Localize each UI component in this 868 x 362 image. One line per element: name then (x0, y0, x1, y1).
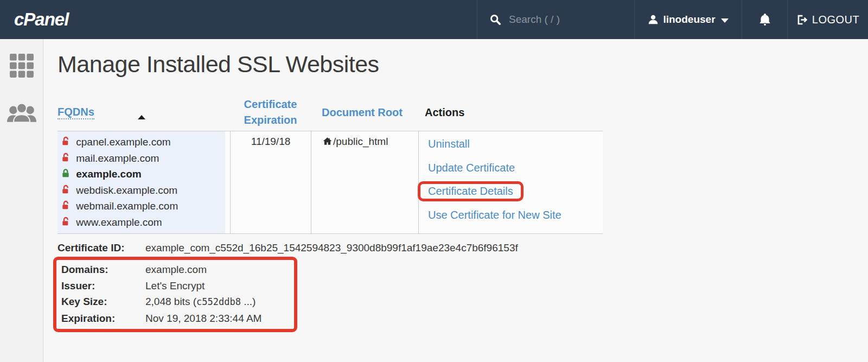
logout-icon (796, 14, 808, 26)
action-row: Uninstall (425, 132, 603, 156)
annotation-box-certificate-details: Uninstall (418, 134, 480, 154)
certificate-id-value: example_com_c552d_16b25_1542594823_9300d… (145, 240, 518, 256)
fqdn-item: webmail.example.com (61, 198, 225, 214)
ssl-lock-icon (61, 198, 70, 214)
certificate-id-line: Certificate ID: example_com_c552d_16b25_… (58, 240, 868, 256)
navbar-spacer (68, 0, 477, 39)
fqdns-sort-header[interactable]: FQDNs (58, 106, 94, 119)
fqdn-item: www.example.com (61, 214, 225, 231)
ssl-lock-icon (61, 134, 70, 150)
username-label: linodeuser (663, 14, 715, 26)
docroot-cell: /public_html (311, 131, 418, 233)
ssl-websites-table: FQDNs Certificate Expiration Document Ro… (58, 96, 603, 234)
users-group-icon[interactable] (7, 101, 36, 123)
search-box[interactable] (477, 0, 634, 39)
domains-line: Domains: example.com (61, 262, 291, 278)
annotation-box-certificate-details: Update Certificate (418, 158, 525, 178)
certificate-details-section: Certificate ID: example_com_c552d_16b25_… (58, 240, 868, 332)
table-header-row: FQDNs Certificate Expiration Document Ro… (58, 96, 603, 131)
cpanel-logo[interactable]: cPanel (0, 0, 68, 39)
expiration-value: Nov 19, 2018 2:33:44 AM (145, 310, 261, 327)
header-cell-actions: Actions (418, 106, 603, 119)
action-link[interactable]: Update Certificate (428, 162, 515, 174)
ssl-lock-icon (61, 214, 70, 231)
fqdn-item: webdisk.example.com (61, 182, 225, 199)
key-size-line: Key Size: 2,048 bits (c552ddb8 ...) (61, 294, 291, 310)
header-cell-docroot: Document Root (311, 106, 418, 119)
notifications-button[interactable] (742, 0, 787, 39)
fqdn-label: www.example.com (76, 217, 162, 228)
fqdns-cell-background: cpanel.example.com (58, 131, 225, 233)
main-content: Manage Installed SSL Websites FQDNs Cert… (44, 39, 868, 362)
expiration-cell: 11/19/18 (230, 131, 311, 233)
expiration-header[interactable]: Certificate Expiration (239, 97, 302, 128)
fqdns-cell: cpanel.example.com (58, 131, 230, 233)
fqdn-label: example.com (76, 168, 141, 180)
action-row: Use Certificate for New Site (425, 204, 603, 227)
action-link[interactable]: Certificate Details (428, 185, 513, 197)
action-link[interactable]: Uninstall (428, 138, 470, 150)
chevron-down-icon[interactable] (721, 18, 729, 23)
fqdn-item: example.com (61, 166, 225, 182)
logout-button[interactable]: LOGOUT (787, 0, 868, 39)
actions-cell: Uninstall Update Certificate Certificate… (418, 131, 603, 233)
user-icon (648, 14, 659, 25)
issuer-value: Let's Encrypt (145, 278, 205, 294)
fqdn-label: mail.example.com (76, 153, 159, 164)
key-size-label: Key Size: (61, 294, 145, 310)
action-row: Certificate Details (425, 180, 603, 204)
fqdn-item: mail.example.com (61, 150, 225, 167)
certificate-id-label: Certificate ID: (58, 240, 145, 256)
action-row: Update Certificate (425, 156, 603, 180)
ssl-lock-icon (61, 150, 70, 167)
key-size-value: 2,048 bits (c552ddb8 ...) (145, 294, 256, 310)
table-row: cpanel.example.com (58, 131, 603, 234)
expiration-line: Expiration: Nov 19, 2018 2:33:44 AM (61, 310, 291, 327)
docroot-header[interactable]: Document Root (322, 106, 403, 118)
header-cell-expiration: Certificate Expiration (230, 97, 311, 128)
logout-label: LOGOUT (812, 14, 859, 26)
domains-label: Domains: (61, 262, 145, 278)
key-fingerprint: c552ddb8 (196, 296, 241, 307)
expiration-label: Expiration: (61, 310, 145, 327)
annotation-box-cert-summary: Domains: example.com Issuer: Let's Encry… (53, 257, 297, 332)
actions-header: Actions (425, 106, 464, 118)
ssl-lock-icon (61, 182, 70, 199)
home-icon (322, 136, 333, 146)
domains-value: example.com (145, 262, 207, 278)
ssl-lock-icon (61, 166, 70, 182)
page-title: Manage Installed SSL Websites (58, 51, 868, 78)
fqdn-list: cpanel.example.com (61, 134, 225, 230)
docroot-path: /public_html (333, 136, 388, 147)
fqdn-item: cpanel.example.com (61, 134, 225, 150)
annotation-box-certificate-details: Use Certificate for New Site (418, 205, 572, 225)
action-link[interactable]: Use Certificate for New Site (428, 209, 561, 221)
fqdn-label: webdisk.example.com (76, 185, 177, 196)
search-icon (489, 14, 501, 26)
fqdn-label: cpanel.example.com (76, 136, 170, 148)
top-navbar: cPanel linodeuser LOGOUT (0, 0, 868, 39)
expiration-date: 11/19/18 (251, 136, 291, 147)
bell-icon (758, 12, 772, 27)
header-cell-fqdns: FQDNs (58, 106, 230, 119)
apps-grid-icon[interactable] (9, 53, 34, 78)
annotation-box-certificate-details: Certificate Details (418, 181, 524, 201)
issuer-line: Issuer: Let's Encrypt (61, 278, 291, 294)
issuer-label: Issuer: (61, 278, 145, 294)
fqdn-label: webmail.example.com (76, 200, 178, 212)
user-menu[interactable]: linodeuser (634, 0, 742, 39)
sort-ascending-icon (138, 115, 145, 119)
search-input[interactable] (509, 14, 612, 26)
left-sidebar (0, 39, 43, 362)
